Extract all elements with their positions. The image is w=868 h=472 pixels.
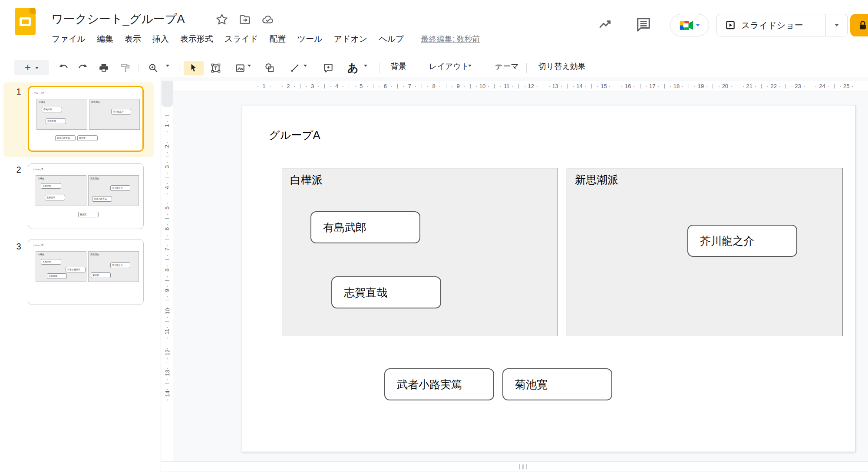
menu-slide[interactable]: スライド	[219, 32, 264, 46]
slideshow-button[interactable]: スライドショー	[717, 14, 825, 36]
cloud-saved-icon[interactable]	[261, 13, 274, 26]
menu-help[interactable]: ヘルプ	[373, 32, 409, 46]
name-box-arishima[interactable]: 有島武郎	[310, 211, 420, 243]
google-slides-app: ワークシート_グループA ファイル 編集 表示 挿入 表示形式 スライド 配置 …	[0, 0, 868, 472]
horizontal-ruler-numbers: 1234567891011121314151617181920212223242…	[252, 81, 858, 92]
activity-trend-icon[interactable]	[597, 17, 614, 31]
image-caret-icon[interactable]	[248, 67, 251, 75]
line-tool-icon[interactable]	[289, 62, 300, 74]
theme-button[interactable]: テーマ	[495, 61, 519, 72]
insert-image-icon[interactable]	[234, 62, 246, 74]
name-box-shiga[interactable]: 志賀直哉	[331, 276, 441, 308]
presentation-icon	[725, 20, 736, 31]
insert-comment-icon[interactable]	[323, 62, 334, 74]
menu-insert[interactable]: 挿入	[147, 32, 175, 46]
slide-canvas[interactable]: グループA 白樺派 有島武郎 志賀直哉 新思潮派 芥川龍之介 武者小路実篤 菊池…	[242, 105, 856, 452]
menu-format[interactable]: 表示形式	[175, 32, 219, 46]
input-tools-icon[interactable]: あ	[347, 61, 359, 75]
slide-number: 1	[12, 87, 25, 97]
menu-tools[interactable]: ツール	[292, 32, 328, 46]
text-box-icon[interactable]	[210, 62, 221, 74]
share-button[interactable]	[850, 14, 868, 36]
logo-fold	[30, 8, 36, 14]
toolbar-separator	[179, 63, 179, 73]
layout-button[interactable]: レイアウト	[429, 61, 469, 72]
notes-divider-bar	[161, 461, 868, 472]
slides-logo[interactable]	[15, 8, 36, 35]
slide-thumbnail-1[interactable]: グループA 白樺派 新思潮派 有島武郎 志賀直哉 芥川龍之介 武者小路実篤 菊池…	[28, 86, 144, 152]
star-icon[interactable]	[215, 13, 228, 26]
group-box-shirakaba[interactable]: 白樺派 有島武郎 志賀直哉	[282, 168, 558, 336]
lock-icon	[856, 19, 868, 32]
notes-drag-handle[interactable]	[519, 464, 527, 469]
group-box-shinshicho[interactable]: 新思潮派 芥川龍之介	[567, 168, 843, 336]
menu-bar: ファイル 編集 表示 挿入 表示形式 スライド 配置 ツール アドオン ヘルプ …	[46, 32, 480, 46]
group-label: 白樺派	[290, 173, 323, 187]
toolbar-separator	[139, 63, 139, 73]
slideshow-dropdown[interactable]	[825, 14, 847, 36]
meet-button[interactable]	[670, 14, 709, 36]
slideshow-button-group: スライドショー	[716, 14, 848, 36]
menu-arrange[interactable]: 配置	[264, 32, 292, 46]
zoom-icon[interactable]	[148, 62, 159, 74]
new-slide-caret-icon	[35, 67, 39, 69]
shape-icon[interactable]	[264, 62, 275, 74]
slideshow-caret-icon	[835, 24, 839, 26]
toolbar-separator	[342, 63, 342, 73]
document-title[interactable]: ワークシート_グループA	[51, 11, 185, 27]
ruler-corner	[162, 81, 173, 107]
menu-view[interactable]: 表示	[119, 32, 147, 46]
input-tools-caret-icon[interactable]	[364, 67, 367, 75]
line-caret-icon[interactable]	[304, 67, 307, 75]
slide-number: 3	[12, 242, 25, 252]
vertical-ruler-numbers: 1234567891011121314	[162, 115, 173, 404]
name-box-mushanokoji[interactable]: 武者小路実篤	[384, 368, 494, 400]
plus-icon: +	[25, 62, 31, 72]
toolbar-separator	[483, 63, 483, 73]
toolbar-separator	[418, 63, 418, 73]
menu-edit[interactable]: 編集	[91, 32, 119, 46]
layout-caret-icon[interactable]	[468, 67, 472, 75]
paint-format-icon[interactable]	[120, 62, 131, 74]
select-cursor-icon[interactable]	[188, 62, 199, 74]
name-box-akutagawa[interactable]: 芥川龍之介	[687, 225, 797, 257]
undo-icon[interactable]	[58, 62, 69, 74]
slide-title-text[interactable]: グループA	[269, 128, 320, 142]
toolbar-separator	[380, 63, 380, 73]
move-folder-icon[interactable]	[238, 13, 251, 26]
print-icon[interactable]	[98, 62, 109, 74]
transition-button[interactable]: 切り替え効果	[538, 61, 586, 72]
zoom-caret-icon[interactable]	[166, 67, 169, 75]
slideshow-label: スライドショー	[741, 20, 803, 31]
menu-addons[interactable]: アドオン	[328, 32, 373, 46]
toolbar-separator	[526, 63, 527, 73]
comments-icon[interactable]	[635, 16, 652, 33]
redo-icon[interactable]	[77, 62, 89, 74]
meet-caret-icon	[696, 24, 700, 26]
new-slide-button[interactable]: +	[14, 60, 49, 75]
menu-file[interactable]: ファイル	[46, 32, 91, 46]
logo-inner-rect	[20, 17, 31, 26]
slide-number: 2	[12, 165, 25, 175]
slide-thumbnail-2[interactable]: グループB 白樺派 新思潮派 有島武郎 志賀直哉 芥川龍之介 武者小路実篤 菊池…	[28, 163, 144, 229]
name-box-kikuchi[interactable]: 菊池寛	[502, 368, 612, 400]
meet-icon	[679, 20, 694, 31]
slide-thumbnail-3[interactable]: グループC 白樺派 新思潮派 有島武郎 武者小路実篤 志賀直哉 芥川龍之介 菊池…	[28, 239, 144, 305]
group-label: 新思潮派	[575, 173, 618, 187]
background-button[interactable]: 背景	[391, 61, 406, 72]
last-edited-link[interactable]: 最終編集: 数秒前	[421, 34, 480, 44]
